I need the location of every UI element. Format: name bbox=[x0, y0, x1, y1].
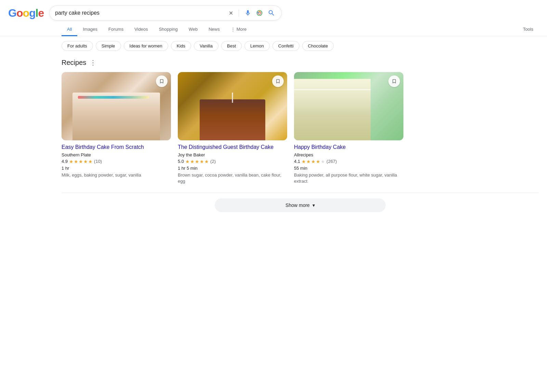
chip-vanilla[interactable]: Vanilla bbox=[194, 41, 218, 51]
section-menu-icon[interactable]: ⋮ bbox=[90, 58, 96, 67]
rating-count-3: (267) bbox=[326, 159, 337, 164]
show-more-button[interactable]: Show more ▾ bbox=[215, 198, 386, 212]
recipe-card-2: The Distinguished Guest Birthday Cake Jo… bbox=[178, 72, 287, 184]
stars-1: ★ ★ ★ ★ ★ bbox=[69, 159, 93, 164]
recipe-source-2: Joy the Baker bbox=[178, 152, 287, 157]
recipe-time-1: 1 hr bbox=[62, 166, 171, 171]
nav-tabs: All Images Forums Videos Shopping Web Ne… bbox=[0, 20, 547, 36]
bookmark-icon-2 bbox=[275, 79, 281, 84]
chip-lemon[interactable]: Lemon bbox=[244, 41, 270, 51]
recipe-cards: Easy Birthday Cake From Scratch Southern… bbox=[62, 72, 539, 184]
recipes-section-title: Recipes bbox=[62, 59, 86, 67]
rating-value-2: 5.0 bbox=[178, 159, 184, 164]
bookmark-icon-3 bbox=[391, 79, 397, 84]
recipe-rating-1: 4.9 ★ ★ ★ ★ ★ (10) bbox=[62, 159, 171, 164]
chip-confetti[interactable]: Confetti bbox=[272, 41, 299, 51]
main-content: Recipes ⋮ Easy Birthday Cake From Scratc… bbox=[0, 56, 547, 220]
tab-news[interactable]: News bbox=[203, 23, 225, 36]
chip-simple[interactable]: Simple bbox=[96, 41, 121, 51]
rating-value-3: 4.1 bbox=[294, 159, 300, 164]
chip-chocolate[interactable]: Chocolate bbox=[302, 41, 334, 51]
stars-2: ★ ★ ★ ★ ★ bbox=[185, 159, 209, 164]
bookmark-icon-1 bbox=[159, 79, 164, 84]
bookmark-button-1[interactable] bbox=[156, 75, 168, 87]
divider bbox=[239, 9, 239, 17]
cake-photo-1 bbox=[62, 72, 171, 140]
rating-value-1: 4.9 bbox=[62, 159, 68, 164]
recipe-card-1: Easy Birthday Cake From Scratch Southern… bbox=[62, 72, 171, 184]
tab-all[interactable]: All bbox=[62, 23, 77, 36]
search-icons: ✕ bbox=[228, 9, 276, 17]
chevron-down-icon: ▾ bbox=[312, 202, 315, 208]
tab-web[interactable]: Web bbox=[183, 23, 203, 36]
recipe-card-3: Happy Birthday Cake Allrecipes 4.1 ★ ★ ★… bbox=[294, 72, 403, 184]
chip-kids[interactable]: Kids bbox=[171, 41, 191, 51]
recipe-ingredients-3: Baking powder, all purpose flour, white … bbox=[294, 172, 403, 184]
filter-chips: For adults Simple Ideas for women Kids V… bbox=[0, 36, 547, 56]
recipe-source-1: Southern Plate bbox=[62, 152, 171, 157]
tab-tools[interactable]: Tools bbox=[518, 23, 539, 36]
lens-button[interactable] bbox=[255, 9, 264, 17]
tab-forums[interactable]: Forums bbox=[103, 23, 129, 36]
rating-count-2: (2) bbox=[210, 159, 216, 164]
rating-count-1: (10) bbox=[94, 159, 102, 164]
recipe-title-2[interactable]: The Distinguished Guest Birthday Cake bbox=[178, 144, 287, 151]
recipe-ingredients-1: Milk, eggs, baking powder, sugar, vanill… bbox=[62, 172, 171, 178]
voice-search-button[interactable] bbox=[244, 9, 252, 17]
recipe-time-2: 1 hr 5 min bbox=[178, 166, 287, 171]
recipe-image-1 bbox=[62, 72, 171, 140]
tab-shopping[interactable]: Shopping bbox=[154, 23, 183, 36]
recipes-section-header: Recipes ⋮ bbox=[62, 58, 539, 67]
recipe-time-3: 55 min bbox=[294, 166, 403, 171]
google-logo: Google bbox=[8, 7, 44, 19]
chip-best[interactable]: Best bbox=[221, 41, 242, 51]
search-input[interactable] bbox=[55, 10, 225, 16]
search-bar-wrap: ✕ bbox=[49, 5, 282, 20]
recipe-image-2 bbox=[178, 72, 287, 140]
mic-icon bbox=[244, 10, 251, 16]
tab-videos[interactable]: Videos bbox=[129, 23, 154, 36]
tab-more[interactable]: ⋮ More bbox=[225, 23, 252, 36]
recipe-rating-2: 5.0 ★ ★ ★ ★ ★ (2) bbox=[178, 159, 287, 164]
bookmark-button-3[interactable] bbox=[388, 75, 400, 87]
chip-ideas-for-women[interactable]: Ideas for women bbox=[124, 41, 168, 51]
bookmark-button-2[interactable] bbox=[272, 75, 284, 87]
lens-icon bbox=[256, 10, 263, 16]
header: Google ✕ bbox=[0, 0, 547, 20]
recipe-title-3[interactable]: Happy Birthday Cake bbox=[294, 144, 403, 151]
cake-photo-2 bbox=[178, 72, 287, 140]
tab-images[interactable]: Images bbox=[77, 23, 103, 36]
recipe-source-3: Allrecipes bbox=[294, 152, 403, 157]
stars-3: ★ ★ ★ ★ ★ bbox=[302, 159, 325, 164]
recipe-rating-3: 4.1 ★ ★ ★ ★ ★ (267) bbox=[294, 159, 403, 164]
more-vert-icon: ⋮ bbox=[231, 27, 235, 32]
recipe-image-3 bbox=[294, 72, 403, 140]
show-more-wrap: Show more ▾ bbox=[62, 193, 539, 212]
clear-button[interactable]: ✕ bbox=[228, 9, 234, 17]
chip-for-adults[interactable]: For adults bbox=[62, 41, 93, 51]
cake-photo-3 bbox=[294, 72, 403, 140]
recipe-ingredients-2: Brown sugar, cocoa powder, vanilla bean,… bbox=[178, 172, 287, 184]
search-bar: ✕ bbox=[49, 5, 282, 20]
show-more-label: Show more bbox=[285, 202, 310, 208]
recipe-title-1[interactable]: Easy Birthday Cake From Scratch bbox=[62, 144, 171, 151]
search-icon bbox=[268, 9, 275, 17]
close-icon: ✕ bbox=[229, 10, 233, 16]
search-button[interactable] bbox=[267, 9, 276, 17]
